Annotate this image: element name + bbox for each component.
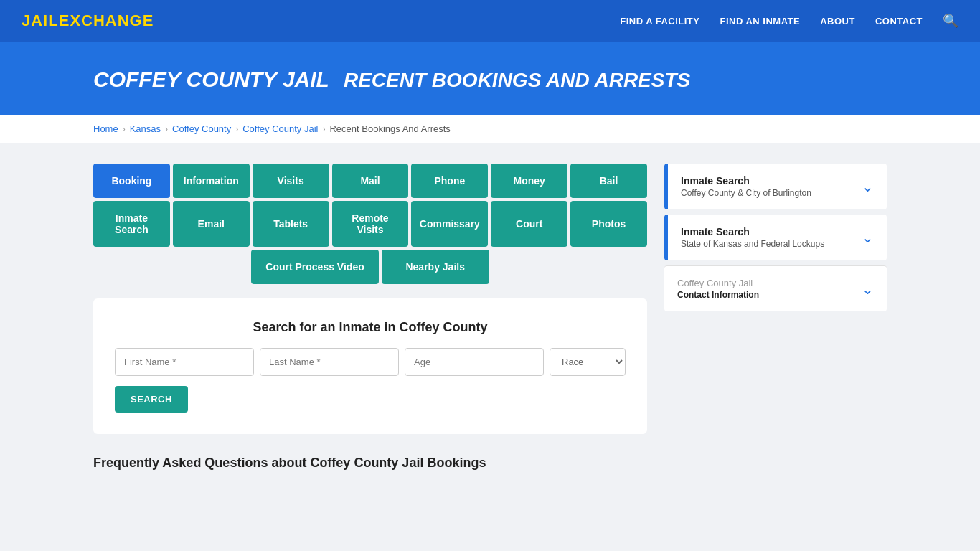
sidebar-card-sub-3: Contact Information [677, 290, 759, 300]
chevron-down-icon-2: ⌄ [862, 229, 874, 246]
site-logo[interactable]: JAILEXCHANGE [22, 11, 154, 30]
navbar: JAILEXCHANGE FIND A FACILITY FIND AN INM… [0, 0, 980, 42]
hero-title-sub: RECENT BOOKINGS AND ARRESTS [344, 69, 690, 91]
btn-bail[interactable]: Bail [570, 164, 647, 198]
first-name-input[interactable] [115, 348, 254, 376]
hero-section: Coffey County Jail RECENT BOOKINGS AND A… [0, 42, 980, 115]
btn-photos[interactable]: Photos [570, 201, 647, 247]
btn-mail[interactable]: Mail [332, 164, 409, 198]
breadcrumb-sep-4: › [322, 124, 325, 134]
btn-commissary[interactable]: Commissary [411, 201, 488, 247]
search-title: Search for an Inmate in Coffey County [115, 320, 626, 335]
btn-money[interactable]: Money [491, 164, 567, 198]
sidebar-inmate-search-2[interactable]: Inmate Search State of Kansas and Federa… [664, 215, 887, 260]
breadcrumb: Home › Kansas › Coffey County › Coffey C… [0, 115, 980, 143]
sidebar-card-title-1: Inmate Search [681, 175, 811, 187]
button-row-1: Booking Information Visits Mail Phone Mo… [93, 164, 647, 198]
breadcrumb-current: Recent Bookings And Arrests [329, 123, 450, 134]
last-name-input[interactable] [260, 348, 399, 376]
btn-booking[interactable]: Booking [93, 164, 170, 198]
section-title: Frequently Asked Questions about Coffey … [93, 448, 647, 471]
nav-find-facility[interactable]: FIND A FACILITY [620, 16, 699, 27]
sidebar-inmate-search-1[interactable]: Inmate Search Coffey County & City of Bu… [664, 164, 887, 209]
sidebar-card-sub-2: State of Kansas and Federal Lockups [681, 239, 824, 249]
logo-text-jail: JAIL [22, 11, 59, 29]
btn-email[interactable]: Email [173, 201, 250, 247]
search-button[interactable]: SEARCH [115, 386, 188, 413]
btn-nearby-jails[interactable]: Nearby Jails [382, 250, 489, 284]
btn-court-process-video[interactable]: Court Process Video [251, 250, 378, 284]
breadcrumb-sep-3: › [235, 124, 238, 134]
logo-text-xchange: XCHANGE [70, 11, 154, 29]
age-input[interactable] [405, 348, 544, 376]
sidebar-card-sub-1: Coffey County & City of Burlington [681, 188, 811, 198]
btn-visits[interactable]: Visits [253, 164, 329, 198]
chevron-down-icon-1: ⌄ [862, 178, 874, 195]
page-title: Coffey County Jail RECENT BOOKINGS AND A… [93, 63, 958, 93]
breadcrumb-kansas[interactable]: Kansas [130, 123, 161, 134]
search-icon[interactable]: 🔍 [943, 13, 958, 29]
button-row-3: Court Process Video Nearby Jails [93, 250, 647, 284]
btn-phone[interactable]: Phone [411, 164, 488, 198]
breadcrumb-sep-2: › [165, 124, 168, 134]
chevron-down-icon-3: ⌄ [862, 281, 874, 298]
race-select[interactable]: Race White Black Hispanic Asian Other [550, 348, 626, 376]
sidebar-contact-info[interactable]: Coffey County Jail Contact Information ⌄ [664, 265, 887, 311]
left-column: Booking Information Visits Mail Phone Mo… [93, 164, 647, 471]
sidebar-card-title-3: Coffey County Jail [677, 278, 759, 288]
btn-tablets[interactable]: Tablets [253, 201, 329, 247]
hero-title-main: Coffey County Jail [93, 67, 329, 91]
right-sidebar: Inmate Search Coffey County & City of Bu… [664, 164, 887, 471]
btn-remote-visits[interactable]: Remote Visits [332, 201, 409, 247]
breadcrumb-sep-1: › [123, 124, 126, 134]
nav-find-inmate[interactable]: FIND AN INMATE [720, 16, 800, 27]
btn-information[interactable]: Information [173, 164, 250, 198]
nav-links: FIND A FACILITY FIND AN INMATE ABOUT CON… [620, 13, 958, 29]
search-inputs: Race White Black Hispanic Asian Other [115, 348, 626, 376]
sidebar-card-title-2: Inmate Search [681, 226, 824, 237]
search-card: Search for an Inmate in Coffey County Ra… [93, 298, 647, 434]
main-content: Booking Information Visits Mail Phone Mo… [0, 143, 980, 491]
nav-contact[interactable]: CONTACT [875, 16, 923, 27]
breadcrumb-home[interactable]: Home [93, 123, 118, 134]
logo-highlight: E [59, 11, 70, 29]
breadcrumb-jail[interactable]: Coffey County Jail [242, 123, 318, 134]
btn-court[interactable]: Court [491, 201, 567, 247]
btn-inmate-search[interactable]: Inmate Search [93, 201, 170, 247]
button-row-2: Inmate Search Email Tablets Remote Visit… [93, 201, 647, 247]
breadcrumb-coffey-county[interactable]: Coffey County [172, 123, 231, 134]
nav-about[interactable]: ABOUT [820, 16, 855, 27]
